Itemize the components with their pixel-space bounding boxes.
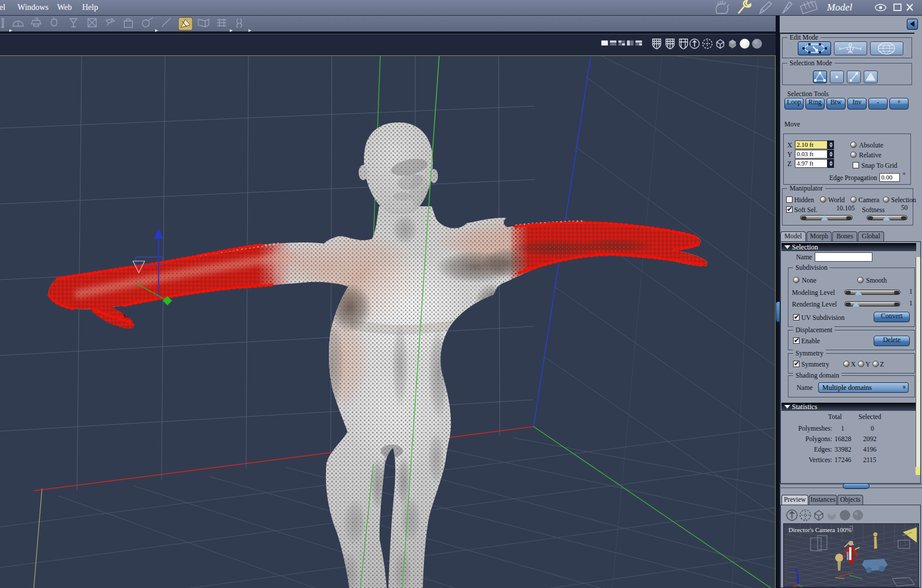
svg-text:Director's Camera 100%: Director's Camera 100% xyxy=(788,526,851,533)
svg-text:Z: Z xyxy=(794,567,798,573)
